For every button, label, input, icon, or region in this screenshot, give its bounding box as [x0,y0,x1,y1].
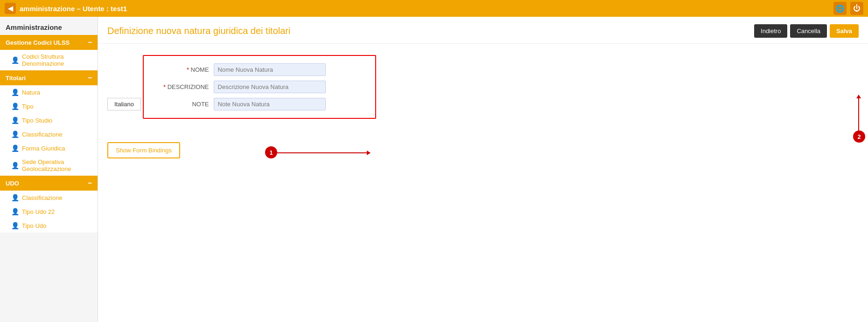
sidebar-item-tipo-udo[interactable]: 👤 Tipo Udo [0,219,98,233]
sidebar-section-udo-label: UDO [6,180,19,187]
sidebar-item-sede-label: Sede Operativa Geolocalizzazione [22,158,92,172]
language-tab[interactable]: Italiano [107,98,141,110]
note-input[interactable] [214,98,326,110]
sidebar-section-titolari-items: 👤 Natura 👤 Tipo 👤 Tipo Studio 👤 Classifi… [0,85,98,176]
form-row-descrizione: * DESCRIZIONE [153,81,366,93]
form-row-note: NOTE [153,98,366,110]
sidebar-item-tipo-udo-22-label: Tipo Udo 22 [22,208,55,215]
note-label: NOTE [153,101,209,108]
person-icon-tipo-studio: 👤 [11,116,19,124]
form-area: Italiano * NOME * DESCRIZIONE [98,44,868,170]
sidebar-item-classificazione-udo[interactable]: 👤 Classificazione [0,191,98,205]
nome-label-text: NOME [191,66,209,73]
person-icon-natura: 👤 [11,89,19,96]
content-area: Definizione nuova natura giuridica dei t… [98,17,868,322]
show-form-bindings-button[interactable]: Show Form Bindings [107,142,180,158]
annotation-2: 2 [853,130,865,143]
sidebar-item-forma-label: Forma Giuridica [22,145,65,152]
descrizione-label-text: DESCRIZIONE [168,83,209,90]
header-buttons: Indietro Cancella Salva [754,24,859,38]
title-bar: ◀ amministrazione – Utente : test1 🌐 ⏻ [0,0,868,17]
sidebar-section-titolari-label: Titolari [6,75,26,82]
descrizione-label: * DESCRIZIONE [153,83,209,90]
nome-input[interactable] [214,63,326,76]
person-icon-classificazione: 👤 [11,130,19,138]
nome-required-star: * [187,66,191,73]
back-button[interactable]: ◀ [5,3,16,14]
form-box: * NOME * DESCRIZIONE NOTE [143,55,376,119]
app-title: amministrazione – Utente : test1 [20,5,830,13]
indietro-button[interactable]: Indietro [754,24,787,38]
sidebar-item-natura[interactable]: 👤 Natura [0,85,98,99]
person-icon-sede: 👤 [11,162,19,169]
content-header: Definizione nuova natura giuridica dei t… [98,17,868,44]
sidebar-section-titolari[interactable]: Titolari − [0,70,98,85]
sidebar-section-udo[interactable]: UDO − [0,176,98,191]
sidebar-section-udo-items: 👤 Classificazione 👤 Tipo Udo 22 👤 Tipo U… [0,191,98,233]
power-icon[interactable]: ⏻ [850,2,863,15]
page-title: Definizione nuova natura giuridica dei t… [107,26,290,36]
person-icon-class-udo: 👤 [11,194,19,201]
sidebar-item-codici-label: Codici Struttura Denominazione [22,53,92,67]
cancella-button[interactable]: Cancella [790,24,827,38]
sidebar-item-classificazione[interactable]: 👤 Classificazione [0,127,98,141]
form-row-nome: * NOME [153,63,366,76]
collapse-titolari-icon[interactable]: − [88,74,92,82]
arrow-1 [272,152,370,153]
sidebar-item-sede-operativa[interactable]: 👤 Sede Operativa Geolocalizzazione [0,155,98,176]
sidebar-item-tipo-udo-22[interactable]: 👤 Tipo Udo 22 [0,205,98,219]
sidebar-item-tipo-studio[interactable]: 👤 Tipo Studio [0,113,98,127]
arrow-2 [858,95,859,132]
sidebar-item-classificazione-label: Classificazione [22,131,63,138]
sidebar-item-forma-giuridica[interactable]: 👤 Forma Giuridica [0,141,98,155]
nome-label: * NOME [153,66,209,73]
sidebar-item-codici-struttura[interactable]: 👤 Codici Struttura Denominazione [0,50,98,70]
collapse-udo-icon[interactable]: − [88,179,92,187]
sidebar-title: Amministrazione [0,17,98,35]
descrizione-required-star: * [163,83,168,90]
salva-button[interactable]: Salva [830,24,859,38]
sidebar-item-natura-label: Natura [22,89,40,96]
person-icon-tipo: 👤 [11,103,19,110]
main-layout: Amministrazione Gestione Codici ULSS − 👤… [0,17,868,322]
person-icon-tipo-udo: 👤 [11,222,19,229]
collapse-gestione-icon[interactable]: − [88,39,92,46]
sidebar-item-classificazione-udo-label: Classificazione [22,194,63,201]
descrizione-input[interactable] [214,81,326,93]
sidebar-section-gestione-codici[interactable]: Gestione Codici ULSS − [0,35,98,50]
person-icon-tipo-udo-22: 👤 [11,208,19,215]
sidebar-item-tipo[interactable]: 👤 Tipo [0,99,98,113]
sidebar-item-tipo-studio-label: Tipo Studio [22,117,52,124]
sidebar-section-gestione-items: 👤 Codici Struttura Denominazione [0,50,98,70]
globe-icon[interactable]: 🌐 [833,2,847,15]
sidebar-item-tipo-udo-label: Tipo Udo [22,222,46,229]
sidebar-section-gestione-label: Gestione Codici ULSS [6,39,70,46]
person-icon: 👤 [11,56,19,64]
sidebar-item-tipo-label: Tipo [22,103,34,110]
sidebar: Amministrazione Gestione Codici ULSS − 👤… [0,17,98,322]
person-icon-forma: 👤 [11,144,19,152]
